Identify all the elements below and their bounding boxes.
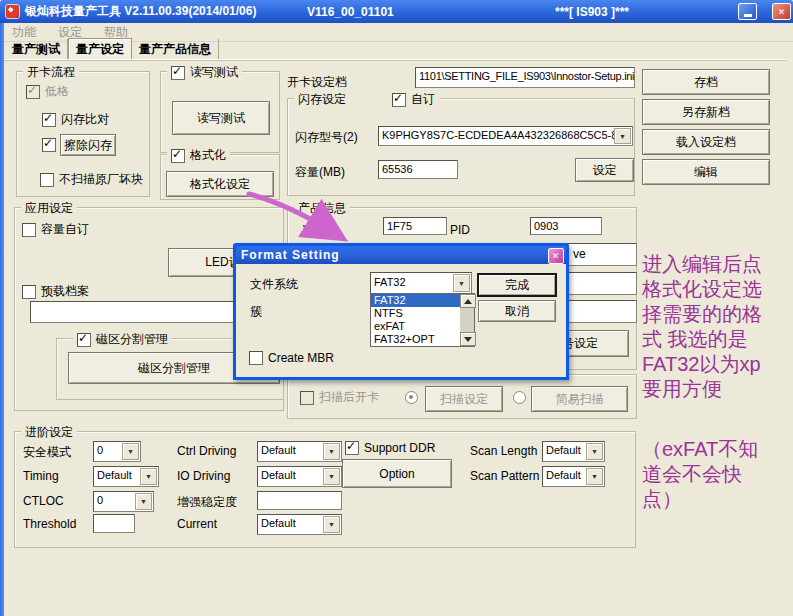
partition-checkbox[interactable] bbox=[77, 333, 91, 347]
file-system-label: 文件系统 bbox=[250, 276, 298, 293]
dialog-close-button[interactable]: ✕ bbox=[548, 248, 564, 264]
current-value: Default bbox=[261, 517, 296, 529]
save-as-button[interactable]: 另存新档 bbox=[642, 99, 770, 125]
tab-bar: 量产测试 量产设定 量产产品信息 bbox=[5, 41, 219, 59]
safe-mode-dropdown[interactable]: 0 bbox=[93, 441, 141, 462]
format-checkbox[interactable] bbox=[171, 149, 185, 163]
file-system-value: FAT32 bbox=[374, 276, 406, 288]
custom-label: 自订 bbox=[411, 91, 435, 108]
flash-compare-checkbox[interactable] bbox=[42, 113, 56, 127]
scan-setting-button[interactable]: 扫描设定 bbox=[425, 386, 503, 412]
load-setting-button[interactable]: 载入设定档 bbox=[642, 129, 770, 155]
capacity-custom-checkbox[interactable] bbox=[22, 223, 36, 237]
window-titlebar[interactable]: 银灿科技量产工具 V2.11.00.39(2014/01/06) V116_00… bbox=[0, 0, 793, 23]
annotation-arrow-path bbox=[249, 194, 331, 231]
flash-model-dropdown[interactable]: K9PHGY8S7C-ECDEDEA4A432326868C5C5-8 bbox=[378, 126, 633, 146]
support-ddr-label: Support DDR bbox=[364, 441, 435, 455]
threshold-input[interactable] bbox=[93, 514, 135, 533]
no-scan-bad-label: 不扫描原厂坏块 bbox=[59, 171, 143, 188]
no-scan-bad-checkbox[interactable] bbox=[40, 173, 54, 187]
dropdown-arrow-icon[interactable] bbox=[586, 443, 603, 460]
scroll-up-icon[interactable] bbox=[460, 294, 476, 308]
io-driving-value: Default bbox=[261, 469, 296, 481]
scan-length-dropdown[interactable]: Default bbox=[542, 441, 605, 462]
dropdown-arrow-icon[interactable] bbox=[323, 443, 340, 460]
format-label: 格式化 bbox=[190, 147, 226, 164]
file-system-dropdown[interactable]: FAT32 bbox=[370, 272, 472, 294]
minimize-icon bbox=[744, 14, 752, 17]
ctloc-dropdown[interactable]: 0 bbox=[93, 491, 154, 512]
annotation-text-block-1: 进入编辑后点 格式化设定选 择需要的的格 式 我选的是 FAT32以为xp 要用… bbox=[642, 252, 762, 402]
dropdown-arrow-icon[interactable] bbox=[323, 468, 340, 485]
dropdown-arrow-icon[interactable] bbox=[586, 468, 603, 485]
preload-checkbox[interactable] bbox=[22, 285, 36, 299]
scan-pattern-label: Scan Pattern bbox=[470, 469, 539, 483]
rw-test-button[interactable]: 读写测试 bbox=[172, 101, 270, 135]
ctrl-driving-value: Default bbox=[261, 444, 296, 456]
dropdown-arrow-icon[interactable] bbox=[122, 443, 139, 460]
tab-production-test[interactable]: 量产测试 bbox=[5, 39, 68, 59]
tab-product-info[interactable]: 量产产品信息 bbox=[132, 39, 219, 59]
vid-input[interactable]: 1F75 bbox=[383, 217, 447, 235]
low-format-checkbox[interactable] bbox=[26, 85, 40, 99]
dropdown-arrow-icon[interactable] bbox=[135, 493, 152, 510]
scan-length-label: Scan Length bbox=[470, 444, 537, 458]
low-format-label: 低格 bbox=[45, 83, 69, 100]
scan-pattern-dropdown[interactable]: Default bbox=[542, 466, 605, 487]
erase-flash-checkbox[interactable] bbox=[42, 138, 56, 152]
annotation-line: FAT32以为xp bbox=[642, 352, 762, 377]
threshold-label: Threshold bbox=[23, 517, 76, 531]
simple-scan-button[interactable]: 简易扫描 bbox=[531, 386, 628, 412]
io-driving-dropdown[interactable]: Default bbox=[257, 466, 342, 487]
annotation-line: 格式化设定选 bbox=[642, 277, 762, 302]
stability-input[interactable] bbox=[257, 491, 342, 510]
group-flash-setting-legend: 闪存设定 自订 bbox=[294, 91, 439, 108]
tab-production-setting[interactable]: 量产设定 bbox=[68, 38, 132, 59]
checkbox-row-flash-compare: 闪存比对 bbox=[42, 111, 109, 128]
done-button[interactable]: 完成 bbox=[478, 274, 556, 296]
timing-dropdown[interactable]: Default bbox=[93, 466, 159, 487]
scan-setting-radio[interactable] bbox=[405, 391, 418, 404]
minimize-button[interactable] bbox=[738, 3, 757, 20]
list-item-ntfs[interactable]: NTFS bbox=[371, 307, 474, 320]
safe-mode-label: 安全模式 bbox=[23, 444, 71, 461]
checkbox-row-capacity-custom: 容量自订 bbox=[22, 221, 89, 238]
setting-file-input[interactable]: 1101\SETTING_FILE_IS903\Innostor-Setup.i… bbox=[415, 67, 635, 88]
tab-content-divider bbox=[4, 59, 787, 60]
product-string-partial-text: ve bbox=[573, 247, 586, 261]
dropdown-arrow-icon[interactable] bbox=[323, 516, 340, 533]
dialog-titlebar[interactable]: Format Setting ✕ bbox=[236, 246, 566, 264]
dropdown-arrow-icon[interactable] bbox=[614, 128, 631, 144]
list-item-fat32[interactable]: FAT32 bbox=[371, 294, 462, 307]
dropdown-arrow-icon[interactable] bbox=[453, 274, 470, 292]
checkbox-row-support-ddr: Support DDR bbox=[345, 441, 435, 455]
support-ddr-checkbox[interactable] bbox=[345, 441, 359, 455]
scroll-down-icon[interactable] bbox=[460, 332, 476, 346]
scan-after-checkbox[interactable] bbox=[300, 391, 314, 405]
option-button[interactable]: Option bbox=[342, 459, 452, 488]
rw-test-checkbox[interactable] bbox=[171, 66, 185, 80]
capacity-input[interactable]: 65536 bbox=[378, 160, 458, 179]
edit-button[interactable]: 编辑 bbox=[642, 159, 770, 185]
simple-scan-radio[interactable] bbox=[513, 391, 526, 404]
group-advanced-title: 进阶设定 bbox=[21, 424, 77, 441]
list-item-fat32opt[interactable]: FAT32+OPT bbox=[371, 333, 474, 346]
dropdown-arrow-icon[interactable] bbox=[140, 468, 157, 485]
setting-file-label: 开卡设定档 bbox=[287, 74, 347, 91]
annotation-line: 点） bbox=[642, 487, 758, 512]
dialog-close-icon: ✕ bbox=[552, 251, 561, 261]
ctrl-driving-dropdown[interactable]: Default bbox=[257, 441, 342, 462]
list-scrollbar[interactable] bbox=[460, 294, 474, 346]
set-button[interactable]: 设定 bbox=[575, 158, 634, 182]
erase-flash-button[interactable]: 擦除闪存 bbox=[60, 134, 116, 156]
close-button[interactable]: ✕ bbox=[772, 3, 791, 20]
list-item-exfat[interactable]: exFAT bbox=[371, 320, 474, 333]
checkbox-row-scan-after: 扫描后开卡 bbox=[300, 389, 379, 406]
current-dropdown[interactable]: Default bbox=[257, 514, 342, 535]
pid-input[interactable]: 0903 bbox=[530, 217, 602, 235]
save-button[interactable]: 存档 bbox=[642, 69, 770, 95]
cancel-button[interactable]: 取消 bbox=[478, 300, 556, 322]
custom-checkbox[interactable] bbox=[392, 93, 406, 107]
create-mbr-checkbox[interactable] bbox=[249, 351, 263, 365]
annotation-line: （exFAT不知 bbox=[642, 437, 758, 462]
